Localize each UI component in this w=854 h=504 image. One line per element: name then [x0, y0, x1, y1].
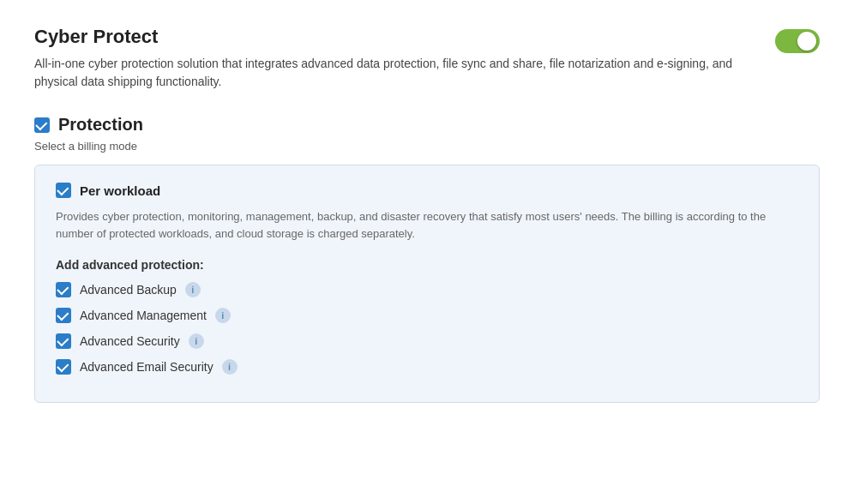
per-workload-checkbox[interactable] — [56, 183, 71, 198]
section-header: Protection — [34, 115, 820, 135]
toggle-container[interactable] — [775, 29, 820, 53]
advanced-backup-label: Advanced Backup — [80, 283, 177, 297]
option-row-management: Advanced Management i — [56, 308, 798, 323]
advanced-backup-checkbox[interactable] — [56, 282, 71, 297]
advanced-security-info-icon[interactable]: i — [189, 333, 204, 349]
billing-card-title: Per workload — [80, 183, 160, 198]
option-row-security: Advanced Security i — [56, 333, 798, 349]
advanced-backup-info-icon[interactable]: i — [185, 282, 201, 297]
billing-description: Provides cyber protection, monitoring, m… — [56, 208, 798, 243]
advanced-email-security-label: Advanced Email Security — [80, 360, 214, 374]
protection-section: Protection Select a billing mode Per wor… — [34, 115, 820, 403]
advanced-management-checkbox[interactable] — [56, 308, 71, 323]
header-text: Cyber Protect All-in-one cyber protectio… — [34, 26, 763, 91]
advanced-label: Add advanced protection: — [56, 258, 798, 272]
advanced-management-info-icon[interactable]: i — [215, 308, 231, 323]
billing-card: Per workload Provides cyber protection, … — [34, 165, 820, 403]
app-description: All-in-one cyber protection solution tha… — [34, 55, 763, 91]
billing-subtitle: Select a billing mode — [34, 140, 820, 153]
option-row-email-security: Advanced Email Security i — [56, 359, 798, 375]
advanced-email-security-checkbox[interactable] — [56, 359, 71, 375]
advanced-email-security-info-icon[interactable]: i — [222, 359, 238, 375]
protection-title: Protection — [58, 115, 143, 135]
header-section: Cyber Protect All-in-one cyber protectio… — [34, 26, 820, 91]
app-title: Cyber Protect — [34, 26, 763, 48]
advanced-security-label: Advanced Security — [80, 334, 180, 348]
advanced-security-checkbox[interactable] — [56, 333, 71, 349]
cyber-protect-toggle[interactable] — [775, 29, 820, 53]
advanced-management-label: Advanced Management — [80, 309, 207, 322]
billing-card-header: Per workload — [56, 183, 798, 198]
option-row-backup: Advanced Backup i — [56, 282, 798, 297]
protection-checkbox[interactable] — [34, 117, 50, 133]
